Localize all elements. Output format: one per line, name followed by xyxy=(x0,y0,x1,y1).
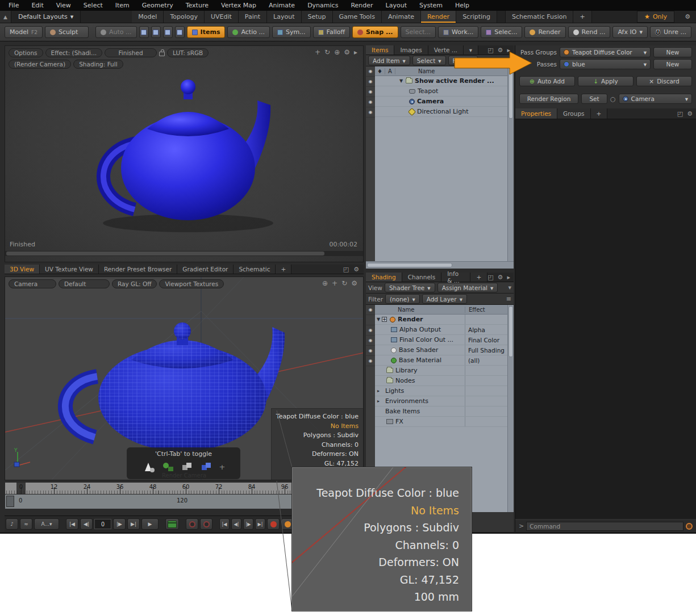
discard-button[interactable]: × Discard xyxy=(636,76,692,86)
selection-mode-items-button[interactable]: Items xyxy=(187,26,226,38)
items-preset-icon[interactable] xyxy=(161,460,175,473)
assign-material-dropdown[interactable]: Assign Material ▾ xyxy=(437,283,498,292)
add-preset-icon[interactable]: + xyxy=(219,463,226,471)
shader-row-alpha-output[interactable]: Alpha Output Alpha ▾ xyxy=(375,325,514,335)
step-forward-button[interactable]: |▶ xyxy=(113,518,126,530)
expand-icon[interactable]: ◰ xyxy=(677,110,683,118)
viewport-3d[interactable]: Camera Default Ray GL: Off Viewport Text… xyxy=(5,276,364,480)
eye-icon[interactable]: ◉ xyxy=(366,97,375,107)
auto-key-button[interactable] xyxy=(267,518,280,530)
gear-icon[interactable]: ⚙ xyxy=(498,274,503,281)
audio-button[interactable]: ♪ xyxy=(6,518,18,530)
mesh-preset-icon[interactable] xyxy=(181,460,194,473)
selection-mode-materials-button[interactable] xyxy=(175,26,185,38)
gear-icon[interactable]: ⚙ xyxy=(353,266,359,273)
shader-row-environments[interactable]: ▸ Environments xyxy=(375,396,514,407)
expand-icon[interactable]: ◰ xyxy=(343,266,349,273)
scrollbar-handle[interactable] xyxy=(6,252,324,255)
tab-more-dropdown[interactable]: ▾ xyxy=(464,45,478,55)
selection-mode-polygons-button[interactable] xyxy=(163,26,173,38)
layout-switcher[interactable]: Default Layouts ▾ xyxy=(11,11,81,23)
symmetry-button[interactable]: Sym... xyxy=(272,26,311,38)
menu-texture[interactable]: Texture xyxy=(180,1,215,10)
tab-3d-view[interactable]: 3D View xyxy=(5,265,40,274)
menu-render[interactable]: Render xyxy=(344,1,379,10)
viewport-textures-dropdown[interactable]: Viewport Textures xyxy=(159,279,224,288)
menu-vertex-map[interactable]: Vertex Map xyxy=(215,1,262,10)
menu-geometry[interactable]: Geometry xyxy=(136,1,180,10)
render-camera-dropdown[interactable]: (Render Camera) xyxy=(9,60,71,69)
region-camera-dropdown[interactable]: Camera ▾ xyxy=(619,94,692,104)
name-column-header[interactable]: Name xyxy=(375,307,465,313)
layout-tab-topology[interactable]: Topology xyxy=(164,11,205,23)
menu-layout[interactable]: Layout xyxy=(380,1,413,10)
new-pass-group-button[interactable]: New xyxy=(653,47,692,57)
item-row-camera[interactable]: Camera xyxy=(375,97,514,107)
items-vscrollbar[interactable] xyxy=(507,66,514,261)
menu-item[interactable]: Item xyxy=(109,1,136,10)
shader-row-library[interactable]: Library xyxy=(375,366,514,376)
scrollbar-handle[interactable] xyxy=(367,263,452,267)
effect-dropdown[interactable]: Full Shading ▾ xyxy=(465,345,514,355)
eye-column-header-icon[interactable]: ◉ xyxy=(366,305,375,315)
scene-range-button[interactable] xyxy=(165,518,179,530)
sculpt-mode-button[interactable]: Sculpt xyxy=(45,26,89,38)
zoom-icon[interactable]: ⊕ xyxy=(334,48,340,56)
snap-button[interactable]: Snap ... xyxy=(352,26,398,38)
pan-icon[interactable]: + xyxy=(332,279,337,287)
item-row-directional-light[interactable]: Directional Light xyxy=(375,107,514,117)
expander-icon[interactable]: ▼ xyxy=(398,78,405,83)
tab-info-stats[interactable]: Info & ... xyxy=(441,273,470,282)
expand-icon[interactable]: ◰ xyxy=(487,274,493,281)
shader-row-base-shader[interactable]: Base Shader Full Shading ▾ xyxy=(375,345,514,355)
tab-uv-texture-view[interactable]: UV Texture View xyxy=(40,265,99,274)
shading-filter-icon[interactable]: ▾ xyxy=(508,284,511,291)
add-item-dropdown[interactable]: Add Item ▾ xyxy=(368,56,410,65)
gear-icon[interactable]: ⚙ xyxy=(344,48,350,56)
effect-dropdown[interactable]: Alpha ▾ xyxy=(465,325,514,334)
add-child-icon[interactable]: + xyxy=(382,317,387,322)
step-back-button[interactable]: ◀| xyxy=(80,518,93,530)
render-button[interactable]: Render xyxy=(524,26,565,38)
selection-mode-vertices-button[interactable] xyxy=(139,26,149,38)
lock-icon[interactable] xyxy=(159,52,165,56)
next-key-button[interactable]: ▶| xyxy=(255,518,265,530)
effect-dropdown[interactable]: (all) ▾ xyxy=(465,355,514,365)
tab-groups[interactable]: Groups xyxy=(557,108,590,119)
apply-button[interactable]: ↓ Apply xyxy=(578,76,634,86)
layout-tab-model[interactable]: Model xyxy=(132,11,164,23)
menu-select[interactable]: Select xyxy=(77,1,109,10)
expand-icon[interactable]: ◰ xyxy=(487,47,493,54)
gear-icon[interactable]: ⚙ xyxy=(679,11,696,23)
eye-icon[interactable]: ◉ xyxy=(366,107,375,118)
shader-vscrollbar[interactable] xyxy=(507,305,514,512)
name-column-header[interactable]: Name xyxy=(395,68,514,74)
tab-properties[interactable]: Properties xyxy=(515,108,557,119)
tab-gradient-editor[interactable]: Gradient Editor xyxy=(177,265,234,274)
rotate-icon[interactable]: ↻ xyxy=(341,279,347,287)
layout-tab-uvedit[interactable]: UVEdit xyxy=(205,11,239,23)
eye-icon[interactable]: ◉ xyxy=(366,77,375,87)
add-layer-dropdown[interactable]: Add Layer ▾ xyxy=(422,294,467,304)
select-dropdown[interactable]: Select ▾ xyxy=(412,56,446,65)
shading-style-dropdown[interactable]: Default xyxy=(59,279,110,288)
range-start-handle[interactable] xyxy=(6,496,14,507)
gear-icon[interactable]: ⚙ xyxy=(687,110,693,118)
time-system-button[interactable] xyxy=(200,518,212,530)
audio-dropdown[interactable]: A... ▾ xyxy=(34,518,59,530)
shader-row-base-material[interactable]: Base Material (all) ▾ xyxy=(375,355,514,366)
model-mode-button[interactable]: Model F2 xyxy=(5,26,43,38)
eye-icon[interactable]: ◉ xyxy=(366,87,375,97)
menu-edit[interactable]: Edit xyxy=(25,1,49,10)
zoom-icon[interactable]: ⊕ xyxy=(322,279,328,287)
play-button[interactable]: ▶ xyxy=(141,518,159,530)
item-row-teapot[interactable]: Teapot xyxy=(375,86,514,97)
view-type-dropdown[interactable]: Camera xyxy=(9,279,56,288)
work-plane-button[interactable]: Work... xyxy=(438,26,478,38)
pass-group-dropdown[interactable]: Teapot Diffuse Color ▾ xyxy=(560,47,651,57)
shader-row-bake-items[interactable]: Bake Items xyxy=(375,407,514,417)
only-toggle[interactable]: ★ Only xyxy=(637,11,674,23)
menu-help[interactable]: Help xyxy=(449,1,476,10)
unreal-bridge-button[interactable]: U Unre ... xyxy=(650,26,691,38)
layout-tab-animate[interactable]: Animate xyxy=(382,11,421,23)
